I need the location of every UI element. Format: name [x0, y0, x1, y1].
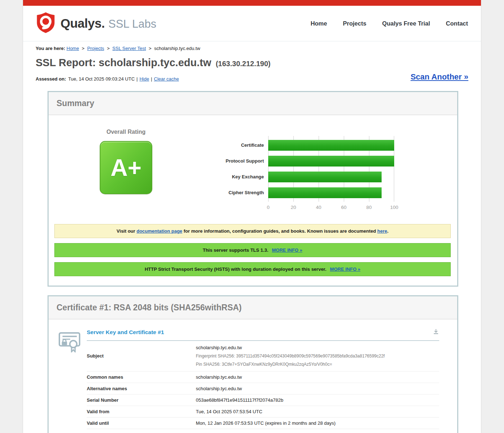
main-nav: Home Projects Qualys Free Trial Contact	[311, 20, 468, 27]
row-value: Mon, 12 Jan 2026 07:53:53 UTC (expires i…	[196, 420, 439, 426]
overall-rating-block: Overall Rating A+	[49, 125, 203, 211]
bar-cipher-strength	[268, 187, 382, 198]
breadcrumb-current: scholarship.tyc.edu.tw	[154, 46, 200, 51]
chart-plot-area: 0 20 40 60 80 100	[268, 136, 394, 211]
download-icon[interactable]	[433, 329, 439, 336]
title-row: SSL Report: scholarship.tyc.edu.tw (163.…	[36, 57, 468, 69]
breadcrumb-projects[interactable]: Projects	[87, 46, 104, 51]
chart-gridlines	[268, 136, 394, 202]
bar-key-exchange	[268, 172, 382, 182]
tls13-notice-text: This server supports TLS 1.3.	[203, 247, 268, 253]
chart-label-key-exchange: Key Exchange	[203, 172, 268, 182]
row-value: Tue, 14 Oct 2025 07:53:54 UTC	[196, 409, 439, 414]
nav-free-trial[interactable]: Qualys Free Trial	[382, 20, 430, 27]
page-title-ip: (163.30.212.190)	[216, 60, 270, 68]
overall-rating-label: Overall Rating	[107, 129, 145, 135]
x-tick: 20	[291, 205, 296, 210]
breadcrumb-prefix: You are here:	[36, 46, 65, 51]
summary-flex: Overall Rating A+ Certificate Protocol S…	[49, 125, 457, 211]
page-title: SSL Report: scholarship.tyc.edu.tw	[36, 57, 211, 68]
known-issues-link[interactable]: here	[377, 228, 387, 234]
table-row-valid-from: Valid from Tue, 14 Oct 2025 07:53:54 UTC	[87, 406, 439, 418]
certificate-heading: Certificate #1: RSA 2048 bits (SHA256wit…	[49, 296, 457, 319]
bar-protocol-support	[268, 156, 394, 167]
breadcrumb-separator: >	[149, 46, 152, 51]
table-row-key: Key RSA 2048 bits (e 65537)	[87, 429, 439, 433]
breadcrumb-separator: >	[107, 46, 110, 51]
nav-projects[interactable]: Projects	[343, 20, 366, 27]
assessed-time: Tue, 14 Oct 2025 09:03:24 UTC	[68, 76, 135, 82]
qualys-shield-icon	[36, 12, 55, 35]
rating-chart: Certificate Protocol Support Key Exchang…	[203, 125, 394, 211]
subject-fingerprint: Fingerprint SHA256: 3957111d357494c05f24…	[196, 354, 439, 359]
bar-chart: Certificate Protocol Support Key Exchang…	[203, 136, 394, 211]
tls13-more-info-link[interactable]: MORE INFO »	[272, 247, 302, 253]
table-row-common-names: Common names scholarship.tyc.edu.tw	[87, 372, 439, 383]
row-value: scholarship.tyc.edu.tw	[196, 386, 439, 391]
row-value: 053ae68bf847f1e941511117f7f2074a782b	[196, 397, 439, 403]
server-key-certificate-section: Server Key and Certificate #1 Subject sc…	[49, 319, 457, 433]
breadcrumb: You are here: Home > Projects > SSL Serv…	[36, 46, 468, 51]
x-tick: 60	[341, 205, 346, 210]
row-label: Alternative names	[87, 386, 196, 391]
page-container: Qualys.SSL Labs Home Projects Qualys Fre…	[23, 0, 481, 433]
assessed-label: Assessed on:	[36, 76, 66, 82]
logo-text: Qualys.SSL Labs	[60, 16, 156, 31]
hsts-notice: HTTP Strict Transport Security (HSTS) wi…	[54, 262, 451, 276]
documentation-notice: Visit our documentation page for more in…	[54, 224, 451, 238]
row-label: Valid from	[87, 409, 196, 414]
row-label: Serial Number	[87, 397, 196, 403]
site-header: Qualys.SSL Labs Home Projects Qualys Fre…	[23, 6, 481, 41]
section-header-row: Server Key and Certificate #1	[87, 329, 439, 341]
documentation-page-link[interactable]: documentation page	[136, 228, 182, 234]
row-label: Valid until	[87, 420, 196, 426]
doc-notice-text: Visit our	[117, 228, 136, 234]
nav-contact[interactable]: Contact	[446, 20, 468, 27]
server-key-certificate-title: Server Key and Certificate #1	[87, 329, 164, 336]
subject-value: scholarship.tyc.edu.tw Fingerprint SHA25…	[196, 345, 439, 367]
subject-common-name: scholarship.tyc.edu.tw	[196, 345, 439, 350]
hsts-more-info-link[interactable]: MORE INFO »	[330, 266, 361, 272]
x-tick: 100	[390, 205, 399, 210]
chart-label-certificate: Certificate	[203, 140, 268, 151]
scan-another-link[interactable]: Scan Another »	[410, 72, 468, 82]
qualys-logo[interactable]: Qualys.SSL Labs	[36, 12, 156, 35]
x-tick: 0	[267, 205, 270, 210]
breadcrumb-separator: >	[82, 46, 85, 51]
summary-box: Summary Overall Rating A+ Certificate Pr…	[48, 91, 458, 287]
table-row-serial-number: Serial Number 053ae68bf847f1e941511117f7…	[87, 395, 439, 406]
doc-notice-text: for more information, configuration guid…	[182, 228, 377, 234]
content-area: You are here: Home > Projects > SSL Serv…	[23, 41, 481, 433]
chart-label-cipher-strength: Cipher Strength	[203, 187, 268, 198]
grade-badge: A+	[100, 141, 152, 194]
breadcrumb-home[interactable]: Home	[67, 46, 79, 51]
breadcrumb-ssl-server-test[interactable]: SSL Server Test	[112, 46, 146, 51]
subject-label: Subject	[87, 353, 196, 359]
x-tick: 80	[366, 205, 372, 210]
subject-pin: Pin SHA256: 3Ctfe7+SYOaFXnwKNz9yDRrK0Qmk…	[196, 362, 439, 367]
certificate-body: Server Key and Certificate #1 Subject sc…	[49, 319, 457, 433]
chart-category-labels: Certificate Protocol Support Key Exchang…	[203, 136, 268, 211]
certificate-icon	[58, 329, 81, 354]
nav-home[interactable]: Home	[311, 20, 327, 27]
table-row-alternative-names: Alternative names scholarship.tyc.edu.tw	[87, 383, 439, 395]
bar-certificate	[268, 140, 394, 151]
top-accent-bar	[23, 0, 481, 6]
clear-cache-link[interactable]: Clear cache	[154, 76, 179, 82]
certificate-box: Certificate #1: RSA 2048 bits (SHA256wit…	[48, 295, 458, 433]
chart-x-axis: 0 20 40 60 80 100	[268, 205, 394, 211]
separator: |	[136, 76, 138, 82]
doc-notice-text: .	[387, 228, 389, 234]
brand-suffix: SSL Labs	[108, 18, 156, 30]
tls13-notice: This server supports TLS 1.3.MORE INFO »	[54, 243, 451, 257]
hide-link[interactable]: Hide	[139, 76, 149, 82]
assessed-row: Assessed on: Tue, 14 Oct 2025 09:03:24 U…	[36, 72, 468, 82]
row-value: scholarship.tyc.edu.tw	[196, 374, 439, 380]
summary-body: Overall Rating A+ Certificate Protocol S…	[49, 115, 457, 286]
table-row-subject: Subject scholarship.tyc.edu.tw Fingerpri…	[87, 341, 439, 372]
row-label: Common names	[87, 374, 196, 380]
table-row-valid-until: Valid until Mon, 12 Jan 2026 07:53:53 UT…	[87, 418, 439, 429]
brand-name: Qualys.	[60, 16, 105, 30]
x-tick: 40	[316, 205, 321, 210]
chart-label-protocol-support: Protocol Support	[203, 156, 268, 167]
